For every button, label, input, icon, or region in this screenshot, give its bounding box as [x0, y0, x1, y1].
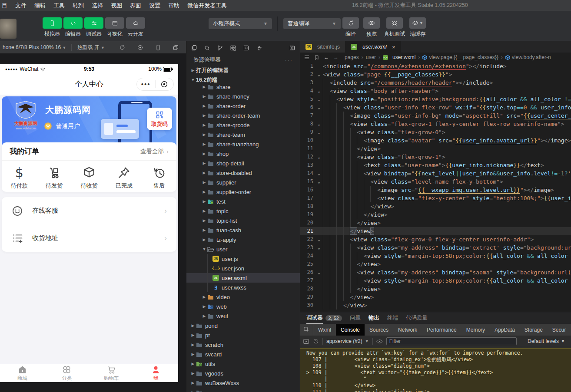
code-line-18[interactable]: 18 </view>: [300, 202, 571, 211]
code-line-26[interactable]: 26 ⌄ <view class="my-address" bindtap="s…: [300, 268, 571, 277]
outline-icon[interactable]: [304, 54, 310, 60]
menu-item-4[interactable]: 转到: [69, 2, 88, 10]
code-line-29[interactable]: 29 </view>: [300, 293, 571, 301]
order-status-receive[interactable]: 待收货: [72, 165, 106, 190]
tree-item-share-tuanzhang[interactable]: ▶share-tuanzhang: [186, 139, 300, 149]
code-line-21[interactable]: 21 </view>: [300, 227, 571, 235]
devtools-tab-Performance[interactable]: Performance: [422, 324, 461, 336]
breadcrumb-item[interactable]: view.body.after-n: [505, 54, 551, 60]
menu-item-1[interactable]: 文件: [11, 2, 30, 10]
code-line-8[interactable]: 8 ⌄ <view class="flex-grow-1 flex-y-cent…: [300, 120, 571, 128]
code-line-19[interactable]: 19 </view>: [300, 211, 571, 219]
code-line-9[interactable]: 9 ⌄ <view class="flex-grow-0">: [300, 128, 571, 136]
code-line-24[interactable]: 24 <view style="margin-top:58rpx;color:{…: [300, 252, 571, 260]
order-status-pay[interactable]: $ 待付款: [2, 165, 37, 190]
context-select[interactable]: appservice (#2)▼: [326, 338, 369, 344]
avatar[interactable]: 大鹏资源网 www.wabb.com: [8, 101, 43, 130]
code-line-23[interactable]: 23 ⌄ <view class="my-address" bindtap='e…: [300, 244, 571, 252]
inspect-element-icon[interactable]: [300, 324, 313, 336]
tree-item-pt[interactable]: ▶pt: [186, 330, 300, 340]
devtools-tab-Wxml[interactable]: Wxml: [313, 324, 336, 336]
tree-item-share-qrcode[interactable]: ▶share-qrcode: [186, 120, 300, 130]
tree-item-test[interactable]: ▶test: [186, 197, 300, 206]
tree-item-topic-list[interactable]: ▶topic-list: [186, 216, 300, 225]
tree-item-tz-apply[interactable]: ▶tz-apply: [186, 235, 300, 244]
tab-category[interactable]: 分类: [45, 364, 90, 382]
devtools-tab-Secur[interactable]: Secur: [548, 324, 571, 336]
tree-item-store-disabled[interactable]: ▶store-disabled: [186, 168, 300, 178]
code-line-17[interactable]: 17 <view class="flex-y-center" style="he…: [300, 194, 571, 202]
devrefresh-icon[interactable]: [119, 44, 126, 51]
tree-item-web[interactable]: ▶web: [186, 302, 300, 311]
code-line-27[interactable]: 27 <view style="margin-top:58rpx;color:{…: [300, 277, 571, 285]
devtools-tab-AppData[interactable]: AppData: [490, 324, 520, 336]
blocks-icon[interactable]: [230, 45, 236, 51]
tree-item-user.wxss[interactable]: Ǝuser.wxss: [186, 283, 300, 292]
project-avatar[interactable]: [0, 19, 17, 39]
menu-item-0[interactable]: 目: [0, 2, 11, 10]
search-icon[interactable]: [204, 45, 210, 51]
forward-button[interactable]: →: [333, 54, 339, 60]
code-line-4[interactable]: 4 ⌄ <view class="body after-navber">: [300, 87, 571, 95]
tree-item-shop[interactable]: ▶shop: [186, 149, 300, 158]
code-line-14[interactable]: 14 ⌄ <view bindtap="{{next_level||user_i…: [300, 169, 571, 178]
tab-cart[interactable]: 购物车: [89, 364, 134, 382]
devtools-tab-Network[interactable]: Network: [393, 324, 422, 336]
toolbar-cloud-button[interactable]: 云开发: [125, 17, 146, 38]
code-line-13[interactable]: 13 <text class="user-name">{{user_info.n…: [300, 161, 571, 169]
view-all-link[interactable]: 查看全部: [140, 148, 164, 155]
explorer-section-1[interactable]: ▼16.2前端: [186, 75, 300, 85]
tree-item-topic[interactable]: ▶topic: [186, 206, 300, 216]
devtools-tab-Console[interactable]: Console: [336, 324, 365, 336]
devtools-tab-Memory[interactable]: Memory: [461, 324, 490, 336]
code-line-7[interactable]: 7 <image class="user-info-bg" mode="aspe…: [300, 112, 571, 120]
toolbar-sliders-button[interactable]: 调试器: [83, 17, 104, 38]
device-select[interactable]: hone 6/7/8 Plus 100% 16 ▼: [3, 44, 66, 50]
back-button[interactable]: ←: [324, 54, 329, 60]
tree-item-user.js[interactable]: JSuser.js: [186, 254, 300, 264]
menu-item-10[interactable]: 微信开发者工具: [183, 2, 231, 10]
service-row-address[interactable]: 收货地址 ›: [2, 224, 176, 252]
files-icon[interactable]: [191, 45, 197, 51]
pickup-code-button[interactable]: 取货码: [147, 108, 172, 130]
menu-item-6[interactable]: 视图: [107, 2, 126, 10]
debugger-tab-输出[interactable]: 输出: [368, 314, 379, 322]
more-menu-button[interactable]: •••: [137, 82, 155, 86]
explorer-section-0[interactable]: ▶打开的编辑器: [186, 66, 300, 75]
tree-item-share-money[interactable]: ▶share-money: [186, 92, 300, 101]
code-line-25[interactable]: 25 </view>: [300, 260, 571, 268]
eye-icon[interactable]: [376, 338, 383, 345]
debugger-tab-问题[interactable]: 问题: [350, 314, 361, 322]
code-line-11[interactable]: 11 </view>: [300, 145, 571, 153]
tree-item-share-team[interactable]: ▶share-team: [186, 130, 300, 139]
tree-item-partial[interactable]: ▶: [186, 388, 300, 392]
action-bug-button[interactable]: 真机调试: [384, 17, 405, 38]
code-line-1[interactable]: 1 <include src="/commons/extension/exten…: [300, 62, 571, 70]
log-levels-select[interactable]: Default levels▼: [528, 338, 568, 344]
code-line-5[interactable]: 5 ⌄ <view style="position:relative;backg…: [300, 95, 571, 103]
tree-item-user[interactable]: ▼user: [186, 244, 300, 254]
tree-item-shop-detail[interactable]: ▶shop-detail: [186, 158, 300, 168]
tree-item-weui[interactable]: ▶weui: [186, 311, 300, 321]
minimize-button[interactable]: [156, 80, 174, 88]
menu-item-3[interactable]: 工具: [50, 2, 69, 10]
tree-item-wuBaseWxss[interactable]: ▶wuBaseWxss: [186, 378, 300, 388]
tree-item-video[interactable]: ▶video: [186, 292, 300, 302]
order-status-aftersale[interactable]: 售后: [142, 165, 176, 190]
code-editor[interactable]: 1 <include src="/commons/extension/exten…: [300, 62, 571, 312]
action-refresh-button[interactable]: 编译: [342, 17, 359, 38]
order-status-pin[interactable]: 已完成: [106, 165, 141, 190]
order-status-ship[interactable]: 待发货: [37, 165, 71, 190]
editor-tab-siteinfo.js[interactable]: JSsiteinfo.js: [300, 41, 345, 53]
toolbar-phone-button[interactable]: 模拟器: [42, 17, 63, 38]
phoneoutline-icon[interactable]: [155, 44, 161, 51]
code-line-22[interactable]: 22 ⌄ <view class="flex-grow-0 flex-y-cen…: [300, 235, 571, 244]
git-icon[interactable]: [217, 45, 223, 51]
teapot-icon[interactable]: [256, 45, 262, 51]
code-line-12[interactable]: 12 ⌄ <view class="flex-grow-1">: [300, 153, 571, 161]
console-filter-input[interactable]: [386, 337, 517, 345]
menu-item-2[interactable]: 编辑: [30, 2, 50, 10]
user-level-badge[interactable]: 普通用户: [43, 122, 80, 131]
code-line-10[interactable]: 10 <image class="avatar" src="{{user_inf…: [300, 136, 571, 145]
menu-item-7[interactable]: 界面: [126, 2, 145, 10]
